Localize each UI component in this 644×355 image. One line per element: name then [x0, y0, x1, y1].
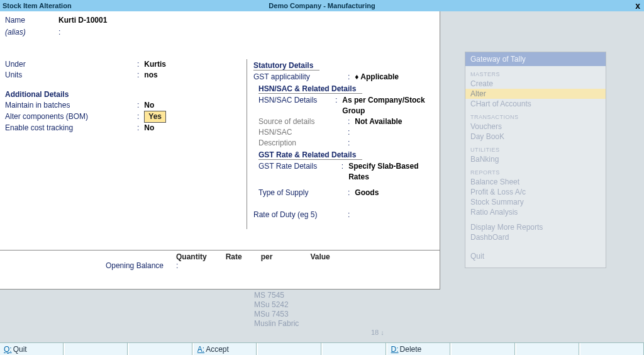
gateway-panel: Gateway of Tally MASTERS Create Alter CH… [465, 52, 606, 268]
header-per: per [261, 252, 273, 261]
header-rate: Rate [226, 252, 242, 261]
maintain-value: No [144, 100, 154, 111]
gateway-item-dash[interactable]: DashbOard [465, 232, 606, 242]
accept-button[interactable]: A: Accept [194, 343, 257, 355]
name-value: Kurti D-10001 [58, 15, 107, 26]
gateway-section-utilities: UTILITIES [465, 142, 606, 154]
type-supply-label: Type of Supply [258, 188, 348, 198]
gst-app-label: GST applicability [253, 72, 348, 82]
gateway-item-ratio[interactable]: Ratio Analysis [465, 207, 606, 217]
behind-item: MSu 5242 [254, 300, 299, 310]
delete-label: Delete [400, 345, 422, 354]
under-label: Under [5, 59, 137, 70]
gst-rate-label: GST Rate Details [258, 161, 341, 172]
accept-key: A: [197, 345, 204, 354]
gst-app-value: ♦ Applicable [355, 72, 399, 82]
blank-button-6: . [516, 343, 580, 355]
blank-button-5: . [452, 343, 515, 355]
gst-rate-head: GST Rate & Related Details [258, 150, 362, 160]
maintain-label: Maintain in batches [5, 100, 137, 111]
quit-key: Q: [4, 345, 12, 354]
hsn-sac-label: HSN/SAC [258, 127, 348, 138]
gateway-item-pl[interactable]: Profit & Loss A/c [465, 187, 606, 197]
gateway-item-stock[interactable]: Stock Summary [465, 197, 606, 207]
behind-item: MSu 7453 [254, 310, 299, 319]
quit-button[interactable]: Q: Quit [0, 343, 64, 355]
stock-item-panel: Name Kurti D-10001 (alias) Under Kurtis … [0, 11, 440, 290]
gateway-section-transactions: TRANSACTIONS [465, 109, 606, 121]
company-title: Demo Company - Manufacturing [0, 2, 644, 9]
units-value: nos [144, 70, 157, 81]
blank-button-3: . [258, 343, 321, 355]
additional-head: Additional Details [5, 90, 75, 99]
gst-rate-value: Specify Slab-Based Rates [348, 161, 435, 183]
hsn-details-value: As per Company/Stock Group [342, 95, 435, 116]
under-value: Kurtis [144, 59, 166, 70]
header-quantity: Quantity [176, 252, 207, 261]
alter-bom-label: Alter components (BOM) [5, 111, 137, 122]
bottom-bar: Q: Quit . . A: Accept . . D: Delete . . … [0, 342, 644, 355]
quit-label: Quit [13, 345, 27, 354]
rate-duty-label: Rate of Duty (eg 5) [253, 210, 348, 220]
blank-button-2: . [129, 343, 192, 355]
delete-button[interactable]: D: Delete [387, 343, 451, 355]
alias-sep [58, 27, 65, 38]
gateway-item-vouchers[interactable]: Vouchers [465, 121, 606, 132]
behind-item: Muslin Fabric [254, 319, 299, 329]
blank-button-4: . [323, 343, 386, 355]
src-details-value: Not Available [355, 116, 402, 127]
delete-key: D: [391, 345, 399, 354]
close-icon[interactable]: x [635, 0, 640, 11]
hsn-details-label: HSN/SAC Details [258, 95, 335, 106]
blank-button-1: . [65, 343, 128, 355]
behind-count: 18 ↓ [371, 329, 384, 336]
accept-label: Accept [206, 345, 229, 354]
gateway-item-daybook[interactable]: Day BooK [465, 132, 606, 142]
name-label: Name [5, 15, 58, 26]
opening-balance-label: Opening Balance [0, 261, 176, 270]
gateway-title: Gateway of Tally [465, 52, 606, 66]
type-supply-value: Goods [355, 188, 379, 198]
gateway-item-more[interactable]: Display More Reports [465, 222, 606, 232]
behind-item: MS 7545 [254, 291, 299, 300]
cost-track-value: No [144, 123, 154, 133]
src-details-label: Source of details [258, 116, 348, 127]
gateway-section-masters: MASTERS [465, 66, 606, 79]
cost-track-label: Enable cost tracking [5, 123, 137, 133]
right-column: Statutory Details GST applicability ♦ Ap… [247, 59, 435, 229]
desc-label: Description [258, 138, 348, 149]
window-title: Stock Item Alteration [3, 2, 72, 9]
behind-stock-list: MS 7545 MSu 5242 MSu 7453 Muslin Fabric [254, 291, 299, 329]
gateway-item-alter[interactable]: Alter [465, 89, 606, 99]
gateway-item-create[interactable]: Create [465, 79, 606, 89]
gateway-item-chart[interactable]: CHart of Accounts [465, 99, 606, 109]
gateway-section-reports: REPORTS [465, 164, 606, 177]
alter-bom-input[interactable]: Yes [144, 111, 166, 123]
statutory-head: Statutory Details [253, 61, 319, 70]
header-value: Value [310, 252, 330, 261]
units-label: Units [5, 70, 137, 81]
hsn-head: HSN/SAC & Related Details [258, 84, 362, 94]
left-column: Under Kurtis Units nos Additional Detail… [5, 59, 236, 229]
gateway-item-quit[interactable]: Quit [465, 251, 606, 261]
blank-button-7: . [580, 343, 644, 355]
gateway-item-balsheet[interactable]: Balance Sheet [465, 177, 606, 187]
title-bar: Stock Item Alteration Demo Company - Man… [0, 0, 644, 11]
opening-balance-section: Quantity Rate per Value Opening Balance … [0, 250, 440, 270]
alias-label: (alias) [5, 27, 58, 38]
gateway-item-banking[interactable]: BaNking [465, 154, 606, 164]
